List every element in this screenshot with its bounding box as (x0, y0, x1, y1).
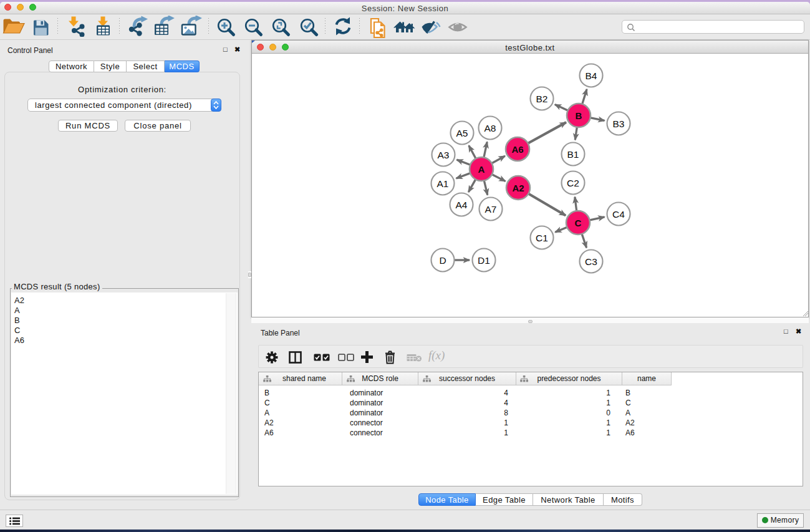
svg-text:C4: C4 (612, 209, 625, 220)
svg-text:A7: A7 (485, 204, 497, 215)
svg-text:A4: A4 (456, 200, 468, 210)
svg-text:C: C (575, 218, 582, 228)
svg-text:A8: A8 (485, 123, 496, 133)
svg-text:A3: A3 (438, 150, 450, 160)
svg-text:B1: B1 (567, 149, 579, 160)
svg-text:B4: B4 (586, 70, 597, 81)
svg-text:B3: B3 (613, 118, 625, 129)
svg-text:A: A (478, 164, 485, 175)
svg-text:B2: B2 (536, 94, 548, 104)
svg-text:C3: C3 (585, 256, 597, 267)
svg-text:D1: D1 (478, 255, 490, 266)
svg-text:A5: A5 (456, 128, 468, 138)
svg-text:A2: A2 (512, 183, 524, 193)
svg-text:A6: A6 (511, 144, 523, 155)
svg-text:C1: C1 (536, 233, 548, 243)
svg-text:A1: A1 (437, 178, 449, 189)
svg-text:D: D (439, 255, 446, 266)
svg-text:B: B (576, 110, 582, 121)
svg-text:C2: C2 (567, 178, 579, 188)
